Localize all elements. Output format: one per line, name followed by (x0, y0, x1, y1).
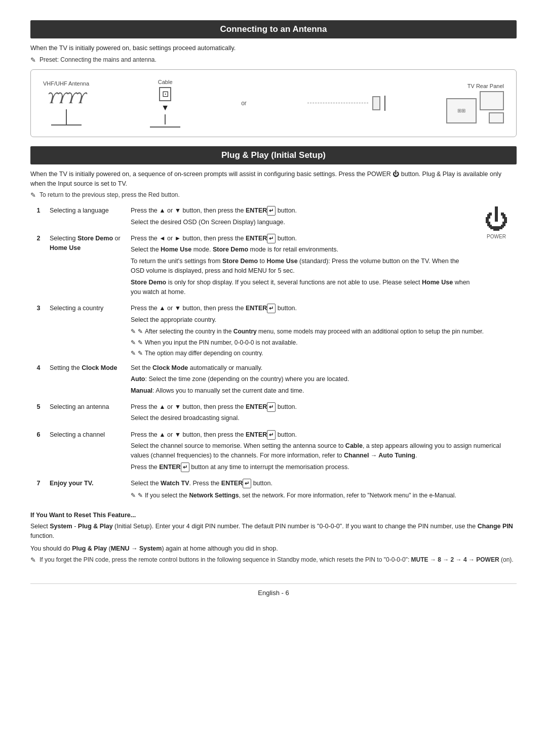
steps-table: 1 Selecting a language Press the ▲ or ▼ … (30, 203, 517, 502)
step-num-2: 2 (30, 231, 47, 301)
tv-rear-label: TV Rear Panel (446, 83, 504, 89)
note-return: To return to the previous step, press th… (30, 191, 517, 198)
step-desc-7: Select the Watch TV. Press the ENTER↵ bu… (128, 476, 517, 502)
step-row-3: 3 Selecting a country Press the ▲ or ▼ b… (30, 301, 517, 361)
step-num-6: 6 (30, 428, 47, 477)
tv-outline-area (480, 91, 504, 123)
footer-text: English - 6 (258, 589, 289, 597)
step-num-5: 5 (30, 400, 47, 428)
intro1-text: When the TV is initially powered on, bas… (30, 44, 517, 53)
cable-box: ⊡ (159, 87, 171, 101)
step-label-5: Selecting an antenna (47, 400, 128, 428)
step-label-4: Setting the Clock Mode (47, 361, 128, 400)
step-label-1: Selecting a language (47, 203, 128, 231)
power-label: POWER (479, 233, 514, 241)
reset-note: If you forget the PIN code, press the re… (30, 556, 517, 563)
step-num-4: 4 (30, 361, 47, 400)
tv-tiny-box (489, 112, 504, 123)
section2-title: Plug & Play (Initial Setup) (30, 146, 517, 164)
vhf-label: VHF/UHF Antenna (43, 80, 89, 87)
step-label-3: Selecting a country (47, 301, 128, 361)
power-icon-cell: ⏻ POWER (476, 203, 517, 301)
antenna-diagram: VHF/UHF Antenna 𝛶𝛶𝛶𝛶 Cable ⊡ ▼ or TV (30, 69, 517, 137)
step-row-6: 6 Selecting a channel Press the ▲ or ▼ b… (30, 428, 517, 477)
step-row-2: 2 Selecting Store Demo or Home Use Press… (30, 231, 517, 301)
step-desc-6: Press the ▲ or ▼ button, then press the … (128, 428, 517, 477)
tv-small-box (480, 91, 504, 110)
step-num-3: 3 (30, 301, 47, 361)
tv-rear-panel-area: TV Rear Panel ⊞⊞ (446, 83, 504, 123)
or-text: or (241, 100, 247, 107)
step-desc-4: Set the Clock Mode automatically or manu… (128, 361, 517, 400)
intro2-text: When the TV is initially powered on, a s… (30, 170, 517, 189)
reset-section: If You Want to Reset This Feature... Sel… (30, 512, 517, 563)
intro2a: When the TV is initially powered on, a s… (30, 171, 391, 178)
vhf-antenna-section: VHF/UHF Antenna 𝛶𝛶𝛶𝛶 (43, 80, 89, 125)
tv-rear-box: ⊞⊞ (446, 98, 477, 123)
step-desc-1: Press the ▲ or ▼ button, then press the … (128, 203, 476, 231)
power-button-icon: ⏻ (479, 207, 514, 232)
section1-title: Connecting to an Antenna (30, 20, 517, 38)
step-num-1: 1 (30, 203, 47, 231)
power-symbol: ⏻ (391, 171, 399, 178)
connector-area (307, 96, 385, 111)
step-label-7: Enjoy your TV. (47, 476, 128, 502)
page-footer: English - 6 (30, 583, 517, 597)
step-row-1: 1 Selecting a language Press the ▲ or ▼ … (30, 203, 517, 231)
step-desc-2: Press the ◄ or ► button, then press the … (128, 231, 476, 301)
step-row-7: 7 Enjoy your TV. Select the Watch TV. Pr… (30, 476, 517, 502)
step-num-7: 7 (30, 476, 47, 502)
step-label-6: Selecting a channel (47, 428, 128, 477)
step-desc-3: Press the ▲ or ▼ button, then press the … (128, 301, 517, 361)
cable-section: Cable ⊡ ▼ (150, 79, 180, 128)
cable-label: Cable (158, 79, 173, 85)
reset-desc2: You should do Plug & Play (MENU → System… (30, 544, 517, 554)
step-desc-5: Press the ▲ or ▼ button, then press the … (128, 400, 517, 428)
tv-rear-section: TV Rear Panel ⊞⊞ (446, 83, 504, 123)
reset-desc1: Select System - Plug & Play (Initial Set… (30, 522, 517, 541)
step-row-4: 4 Setting the Clock Mode Set the Clock M… (30, 361, 517, 400)
step-label-2: Selecting Store Demo or Home Use (47, 231, 128, 301)
page-content: Connecting to an Antenna When the TV is … (30, 20, 517, 597)
step-row-5: 5 Selecting an antenna Press the ▲ or ▼ … (30, 400, 517, 428)
antenna-symbol: 𝛶𝛶𝛶𝛶 (47, 89, 86, 107)
note-preset: Preset: Connecting the mains and antenna… (30, 56, 517, 63)
reset-title: If You Want to Reset This Feature... (30, 512, 517, 519)
